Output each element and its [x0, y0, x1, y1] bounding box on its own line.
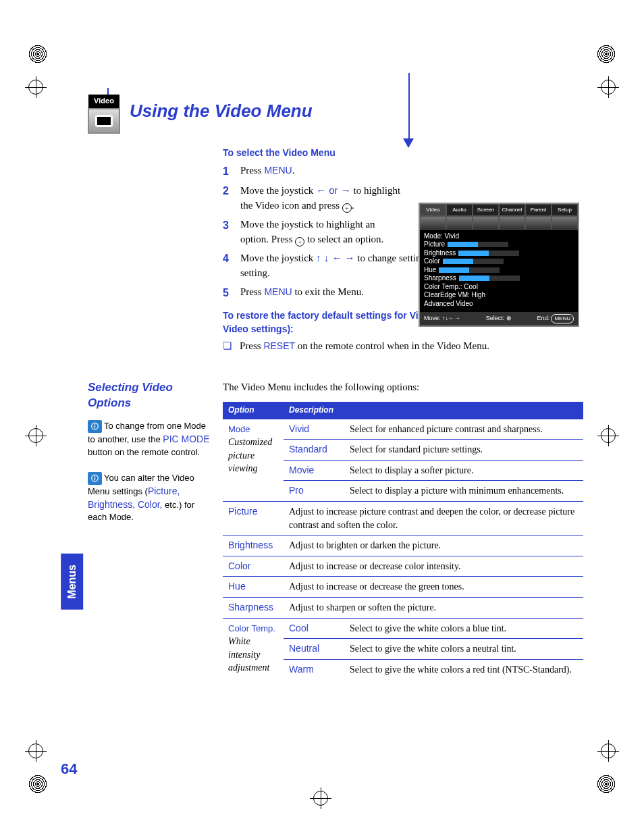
- table-row: HueAdjust to increase or decrease the gr…: [223, 577, 583, 598]
- spiral-mark: [28, 45, 47, 63]
- tip-1: ⓘTo change from one Mode to another, use…: [88, 420, 215, 459]
- section-heading: Selecting Video Options: [88, 380, 215, 410]
- table-intro: The Video Menu includes the following op…: [223, 380, 583, 395]
- osd-tab-audio: Audio: [446, 204, 473, 216]
- osd-mode: Mode: Vivid: [424, 232, 574, 241]
- osd-tab-screen: Screen: [473, 204, 499, 216]
- th-description: Description: [284, 402, 344, 419]
- th-option: Option: [223, 402, 284, 419]
- table-row: PictureAdjust to increase picture contra…: [223, 501, 583, 535]
- table-row: SharpnessAdjust to sharpen or soften the…: [223, 597, 583, 618]
- tip-icon: ⓘ: [88, 472, 102, 485]
- side-tab-menus: Menus: [61, 554, 83, 610]
- video-icon-label: Video: [88, 95, 119, 108]
- step-3: 3 Move the joystick to highlight an opti…: [223, 217, 405, 247]
- registration-mark: [28, 80, 43, 95]
- table-row: BrightnessAdjust to brighten or darken t…: [223, 536, 583, 556]
- spiral-mark: [597, 45, 616, 63]
- intro-heading: To select the Video Menu: [223, 146, 583, 159]
- osd-tab-video: Video: [420, 204, 446, 216]
- select-ring-icon: +: [295, 237, 304, 246]
- tip-2: ⓘYou can alter the Video Menu settings (…: [88, 472, 215, 524]
- video-section-icon: Video: [88, 95, 120, 134]
- registration-mark: [313, 791, 328, 806]
- step-1: 1 Press MENU.: [223, 163, 405, 179]
- osd-tab-setup: Setup: [552, 204, 578, 216]
- osd-tab-parent: Parent: [525, 204, 552, 216]
- osd-tab-channel: Channel: [499, 204, 525, 216]
- page-title: Using the Video Menu: [130, 99, 313, 124]
- registration-mark: [28, 428, 43, 443]
- video-options-table: Option Description ModeCustomized pictur…: [223, 402, 583, 679]
- step-2: 2 Move the joystick ← or → to highlight …: [223, 183, 405, 213]
- registration-mark: [601, 744, 616, 758]
- registration-mark: [28, 744, 43, 758]
- table-row: ModeCustomized picture viewing Vivid Sel…: [223, 419, 583, 440]
- spiral-mark: [597, 775, 616, 793]
- osd-menu-screenshot: Video Audio Screen Channel Parent Setup …: [419, 203, 579, 327]
- spiral-mark: [28, 775, 47, 793]
- registration-mark: [601, 80, 616, 95]
- table-row: Color Temp.White intensity adjustment Co…: [223, 618, 583, 639]
- select-ring-icon: +: [342, 203, 352, 213]
- restore-bullet: ❏ Press RESET on the remote control when…: [223, 339, 583, 354]
- table-row: ColorAdjust to increase or decrease colo…: [223, 556, 583, 577]
- page-number: 64: [61, 758, 77, 780]
- tip-icon: ⓘ: [88, 420, 102, 433]
- registration-mark: [601, 428, 616, 443]
